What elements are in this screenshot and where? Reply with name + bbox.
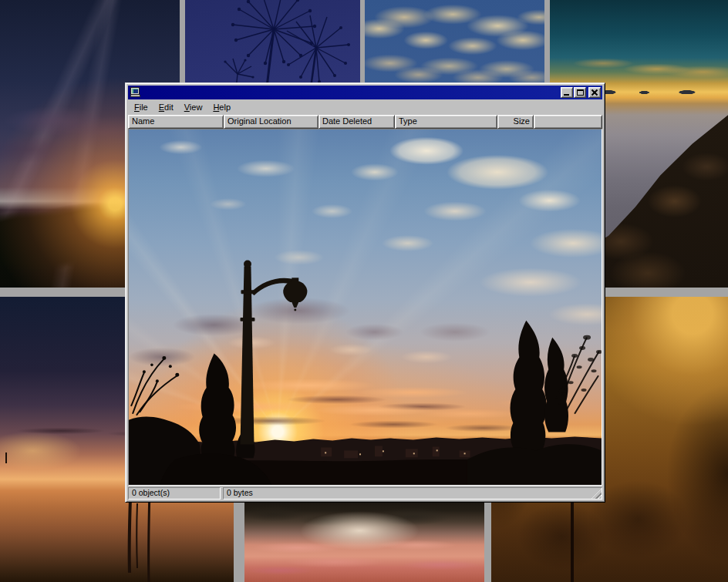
window-titlebar[interactable] — [128, 86, 602, 99]
column-header-name[interactable]: Name — [128, 115, 224, 129]
computer-icon — [130, 87, 140, 98]
column-header-size[interactable]: Size — [497, 115, 534, 129]
desktop: File Edit View Help Name Original Locati… — [0, 0, 728, 582]
minimize-icon — [564, 94, 569, 96]
column-header-type[interactable]: Type — [395, 115, 497, 129]
computer-icon-screen — [132, 89, 138, 93]
menu-view[interactable]: View — [179, 101, 208, 114]
file-list-area — [128, 129, 602, 486]
computer-icon-monitor — [130, 87, 140, 95]
menu-bar: File Edit View Help — [128, 99, 602, 115]
menu-file[interactable]: File — [129, 101, 153, 114]
menu-edit[interactable]: Edit — [153, 101, 179, 114]
minimize-button[interactable] — [561, 87, 573, 98]
close-button[interactable] — [588, 87, 601, 98]
recycle-bin-window: File Edit View Help Name Original Locati… — [125, 82, 605, 503]
column-header-empty — [534, 115, 602, 129]
status-total-size: 0 bytes — [223, 487, 602, 500]
status-bar: 0 object(s) 0 bytes — [128, 487, 602, 500]
foreground-silhouettes — [129, 130, 602, 485]
close-icon — [591, 89, 598, 96]
window-controls — [561, 87, 601, 98]
menu-help[interactable]: Help — [207, 101, 236, 114]
status-object-count: 0 object(s) — [128, 487, 221, 500]
column-headers: Name Original Location Date Deleted Type… — [128, 115, 602, 129]
computer-icon-base — [130, 95, 140, 97]
maximize-button[interactable] — [574, 87, 586, 98]
maximize-icon — [577, 89, 584, 96]
column-header-original-location[interactable]: Original Location — [224, 115, 318, 129]
column-header-date-deleted[interactable]: Date Deleted — [318, 115, 395, 129]
